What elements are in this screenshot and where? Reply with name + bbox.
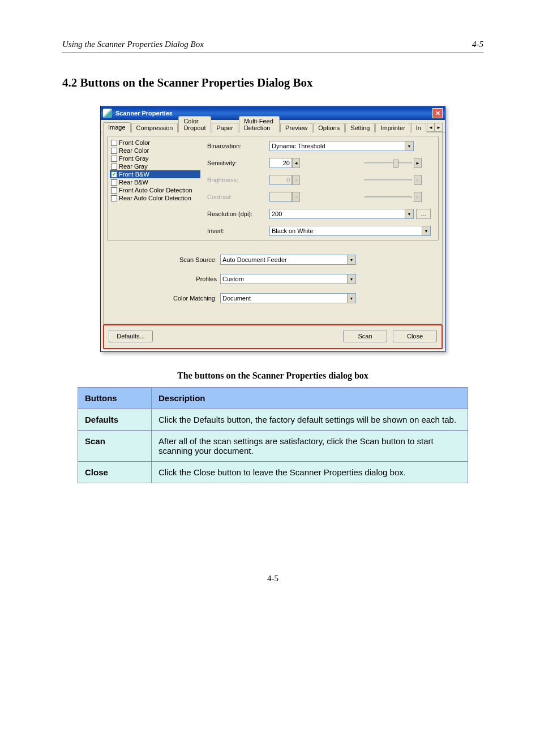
table-header-description: Description	[152, 388, 468, 409]
scan-source-label: Scan Source:	[107, 256, 220, 263]
tab-scroll-left-icon[interactable]: ◄	[427, 123, 435, 132]
side-selection-list: Front Color Rear Color Front Gray Rear G…	[110, 139, 200, 238]
list-item-label: Rear B&W	[119, 179, 148, 186]
checkbox-front-color[interactable]	[111, 140, 117, 146]
sensitivity-label: Sensitivity:	[207, 160, 269, 166]
list-item-label: Front B&W	[119, 171, 149, 178]
tab-options[interactable]: Options	[313, 123, 345, 132]
binarization-label: Binarization:	[207, 143, 269, 149]
brightness-value: 0	[269, 175, 292, 185]
chevron-down-icon[interactable]: ▼	[405, 141, 413, 151]
list-item[interactable]: Front B&W	[110, 170, 200, 178]
color-matching-value: Document	[222, 295, 251, 302]
list-item[interactable]: Rear Color	[110, 147, 200, 154]
list-item-label: Rear Color	[119, 147, 149, 154]
tab-imprinter[interactable]: Imprinter	[375, 123, 410, 132]
close-button[interactable]: Close	[393, 330, 437, 342]
sensitivity-slider[interactable]	[363, 158, 414, 168]
profiles-value: Custom	[222, 276, 244, 282]
list-item-label: Front Color	[119, 139, 150, 146]
checkbox-rear-bw[interactable]	[111, 179, 117, 186]
resolution-more-button[interactable]: ...	[416, 209, 431, 219]
profiles-select[interactable]: Custom ▼	[220, 274, 356, 284]
profiles-label: Profiles	[107, 276, 220, 282]
doc-header-left: Using the Scanner Properties Dialog Box	[62, 40, 204, 49]
slider-thumb[interactable]	[393, 160, 398, 167]
close-icon[interactable]: ✕	[432, 108, 443, 118]
contrast-decrement: ◄	[292, 192, 300, 202]
color-matching-select[interactable]: Document ▼	[220, 293, 356, 303]
list-item[interactable]: Front Auto Color Detection	[110, 186, 200, 194]
checkbox-front-gray[interactable]	[111, 156, 117, 162]
invert-select[interactable]: Black on White ▼	[269, 226, 431, 236]
brightness-label: Brightness:	[207, 177, 269, 183]
resolution-label: Resolution (dpi):	[207, 211, 269, 217]
list-item-label: Rear Auto Color Detection	[119, 195, 191, 201]
table-header-buttons: Buttons	[78, 388, 152, 409]
list-item[interactable]: Front Gray	[110, 154, 200, 162]
chevron-down-icon[interactable]: ▼	[347, 274, 355, 284]
page-footer: 4-5	[62, 574, 483, 583]
checkbox-front-bw[interactable]	[111, 171, 117, 178]
scan-button[interactable]: Scan	[343, 330, 387, 342]
chevron-down-icon[interactable]: ▼	[405, 209, 413, 218]
invert-label: Invert:	[207, 227, 269, 234]
tab-compression[interactable]: Compression	[131, 123, 178, 132]
checkbox-rear-auto-color[interactable]	[111, 195, 117, 201]
chevron-down-icon[interactable]: ▼	[347, 294, 355, 303]
dialog-button-row: Defaults... Scan Close	[103, 324, 443, 349]
buttons-description-table: Buttons Description Defaults Click the D…	[78, 387, 468, 483]
tab-preview[interactable]: Preview	[280, 123, 312, 132]
list-item-label: Rear Gray	[119, 163, 148, 170]
sensitivity-increment[interactable]: ►	[414, 158, 422, 168]
list-item[interactable]: Front Color	[110, 139, 200, 147]
table-row-label: Defaults	[78, 409, 152, 431]
list-item-label: Front Auto Color Detection	[119, 187, 192, 194]
checkbox-front-auto-color[interactable]	[111, 187, 117, 194]
chevron-down-icon[interactable]: ▼	[422, 226, 430, 235]
tab-strip: Image Compression Color Dropout Paper Mu…	[101, 120, 445, 132]
tab-setting[interactable]: Setting	[345, 123, 375, 132]
tab-color-dropout[interactable]: Color Dropout	[178, 116, 211, 132]
list-item[interactable]: Rear B&W	[110, 178, 200, 186]
image-tab-panel: Front Color Rear Color Front Gray Rear G…	[103, 132, 443, 324]
tab-image[interactable]: Image	[103, 122, 131, 132]
resolution-value: 200	[272, 211, 282, 217]
color-matching-label: Color Matching:	[107, 295, 220, 302]
table-row-desc: Click the Close button to leave the Scan…	[152, 462, 468, 483]
contrast-slider	[363, 192, 414, 202]
sensitivity-decrement[interactable]: ◄	[292, 158, 300, 168]
scanner-properties-window: Scanner Properties ✕ Image Compression C…	[100, 106, 445, 352]
doc-header-right: 4-5	[472, 40, 483, 49]
brightness-decrement: ◄	[292, 175, 300, 185]
header-rule	[62, 53, 483, 53]
binarization-select[interactable]: Dynamic Threshold ▼	[269, 141, 414, 151]
sensitivity-value: 20	[269, 158, 292, 168]
table-row-desc: Click the Defaults button, the factory d…	[152, 409, 468, 431]
scan-source-select[interactable]: Auto Document Feeder ▼	[220, 255, 356, 265]
resolution-select[interactable]: 200 ▼	[269, 209, 414, 219]
checkbox-rear-color[interactable]	[111, 148, 117, 154]
tab-overflow[interactable]: In	[411, 123, 426, 132]
table-row-label: Scan	[78, 431, 152, 462]
tab-paper[interactable]: Paper	[212, 123, 238, 132]
scan-source-value: Auto Document Feeder	[222, 256, 287, 263]
app-icon	[103, 109, 112, 118]
chevron-down-icon[interactable]: ▼	[347, 255, 355, 264]
contrast-value	[269, 192, 292, 202]
list-item[interactable]: Rear Gray	[110, 162, 200, 170]
list-item[interactable]: Rear Auto Color Detection	[110, 194, 200, 202]
table-row-label: Close	[78, 462, 152, 483]
brightness-slider	[363, 175, 414, 185]
checkbox-rear-gray[interactable]	[111, 164, 117, 170]
defaults-button[interactable]: Defaults...	[109, 330, 153, 342]
list-item-label: Front Gray	[119, 155, 149, 162]
contrast-increment: ►	[414, 192, 422, 202]
figure-caption: The buttons on the Scanner Properties di…	[62, 369, 483, 383]
section-heading: 4.2 Buttons on the Scanner Properties Di…	[62, 76, 483, 90]
tab-scroll-right-icon[interactable]: ►	[435, 123, 443, 132]
binarization-value: Dynamic Threshold	[272, 143, 325, 149]
contrast-label: Contrast:	[207, 194, 269, 200]
table-row-desc: After all of the scan settings are satis…	[152, 431, 468, 462]
tab-multi-feed[interactable]: Multi-Feed Detection	[239, 116, 280, 132]
